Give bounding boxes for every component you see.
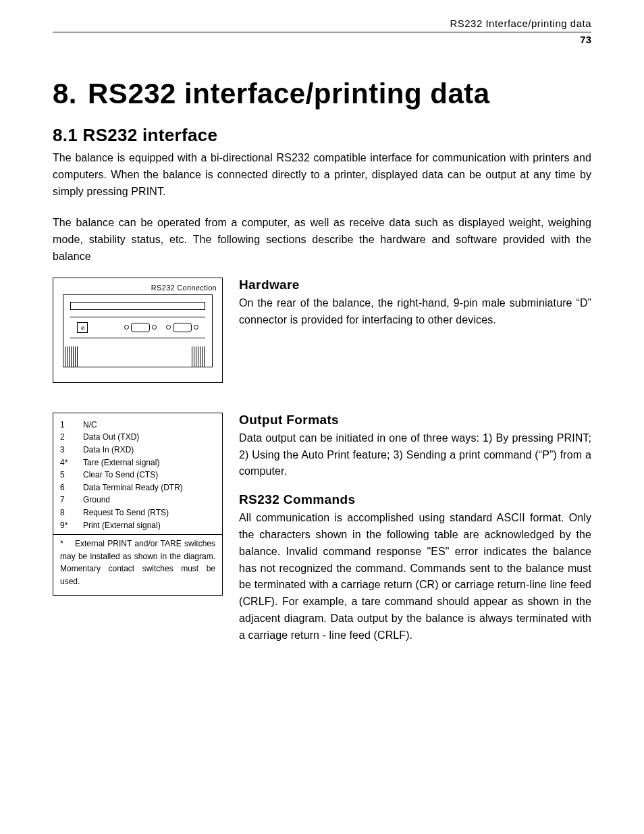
pin-number: 2 bbox=[60, 431, 75, 444]
running-header: RS232 Interface/printing data bbox=[53, 18, 591, 32]
pin-number: 8 bbox=[60, 506, 75, 519]
pinout-row: 7Ground bbox=[60, 494, 215, 506]
pinout-row: 6Data Terminal Ready (DTR) bbox=[60, 481, 215, 494]
screw-icon bbox=[124, 325, 129, 330]
hardware-body: On the rear of the balance, the right-ha… bbox=[239, 295, 591, 329]
pinout-row: 4*Tare (External signal) bbox=[60, 457, 215, 469]
note-star: * bbox=[60, 538, 75, 550]
pinout-row: 9*Print (External signal) bbox=[60, 519, 215, 532]
pin-label: Clear To Send (CTS) bbox=[83, 469, 158, 481]
pin-label: Data In (RXD) bbox=[83, 444, 134, 457]
pin-label: Data Terminal Ready (DTR) bbox=[83, 481, 183, 494]
diagram-label: RS232 Connection bbox=[59, 284, 217, 292]
port-row-icon: ⌀ bbox=[70, 317, 205, 338]
vent-left-icon bbox=[65, 346, 84, 367]
screw-icon bbox=[166, 325, 171, 330]
pin-number: 7 bbox=[60, 494, 75, 506]
panel-icon bbox=[70, 302, 205, 310]
dconnector-icon bbox=[131, 323, 150, 332]
section-text: RS232 interface bbox=[83, 125, 218, 145]
formats-text-column: Output Formats Data output can be initia… bbox=[239, 413, 591, 656]
pinout-note: *External PRINT and/or TARE switches may… bbox=[60, 538, 215, 588]
pinout-row: 3Data In (RXD) bbox=[60, 444, 215, 457]
db9-port-left-icon bbox=[124, 323, 157, 332]
pin-number: 5 bbox=[60, 469, 75, 481]
document-page: RS232 Interface/printing data 73 8.RS232… bbox=[0, 0, 644, 834]
connection-diagram: RS232 Connection ⌀ bbox=[53, 278, 223, 383]
hardware-row: RS232 Connection ⌀ bbox=[53, 278, 591, 383]
rs232-commands-heading: RS232 Commands bbox=[239, 492, 591, 507]
section-number: 8.1 bbox=[53, 125, 78, 145]
device-outline-icon: ⌀ bbox=[63, 294, 213, 367]
section-title: 8.1 RS232 interface bbox=[53, 125, 591, 146]
screw-icon bbox=[194, 325, 198, 330]
pinout-row: 5Clear To Send (CTS) bbox=[60, 469, 215, 481]
pin-number: 6 bbox=[60, 481, 75, 494]
pin-label: Tare (External signal) bbox=[83, 457, 159, 469]
pin-number: 1 bbox=[60, 419, 75, 432]
pinout-table: 1N/C2Data Out (TXD)3Data In (RXD)4*Tare … bbox=[53, 413, 223, 596]
db9-port-right-icon bbox=[166, 323, 198, 332]
output-formats-heading: Output Formats bbox=[239, 413, 591, 427]
page-number: 73 bbox=[53, 34, 591, 45]
spacer bbox=[53, 383, 591, 413]
pinout-column: 1N/C2Data Out (TXD)3Data In (RXD)4*Tare … bbox=[53, 413, 223, 596]
vent-right-icon bbox=[192, 346, 211, 367]
rs232-commands-body: All communication is accomplished using … bbox=[239, 510, 591, 644]
intro-paragraph-1: The balance is equipped with a bi-direct… bbox=[53, 150, 591, 200]
intro-paragraph-2: The balance can be operated from a compu… bbox=[53, 215, 591, 265]
hardware-text-column: Hardware On the rear of the balance, the… bbox=[239, 278, 591, 341]
pin-number: 3 bbox=[60, 444, 75, 457]
dconnector-icon bbox=[173, 323, 192, 332]
chapter-title: 8.RS232 interface/printing data bbox=[53, 78, 591, 110]
pin-label: Data Out (TXD) bbox=[83, 431, 139, 444]
power-icon: ⌀ bbox=[77, 322, 88, 333]
pinout-row: 8Request To Send (RTS) bbox=[60, 506, 215, 519]
note-text: External PRINT and/or TARE switches may … bbox=[60, 539, 215, 586]
formats-row: 1N/C2Data Out (TXD)3Data In (RXD)4*Tare … bbox=[53, 413, 591, 656]
pin-number: 9* bbox=[60, 519, 75, 532]
output-formats-body: Data output can be initiated in one of t… bbox=[239, 430, 591, 480]
pin-label: Request To Send (RTS) bbox=[83, 506, 169, 519]
diagram-column: RS232 Connection ⌀ bbox=[53, 278, 223, 383]
pin-label: Print (External signal) bbox=[83, 519, 161, 532]
chapter-number: 8. bbox=[53, 78, 77, 109]
divider bbox=[53, 534, 222, 535]
hardware-heading: Hardware bbox=[239, 278, 591, 292]
pin-label: Ground bbox=[83, 494, 110, 506]
pin-number: 4* bbox=[60, 457, 75, 469]
pin-label: N/C bbox=[83, 419, 97, 432]
pinout-row: 2Data Out (TXD) bbox=[60, 431, 215, 444]
pinout-row: 1N/C bbox=[60, 419, 215, 432]
chapter-text: RS232 interface/printing data bbox=[88, 78, 490, 109]
screw-icon bbox=[152, 325, 157, 330]
